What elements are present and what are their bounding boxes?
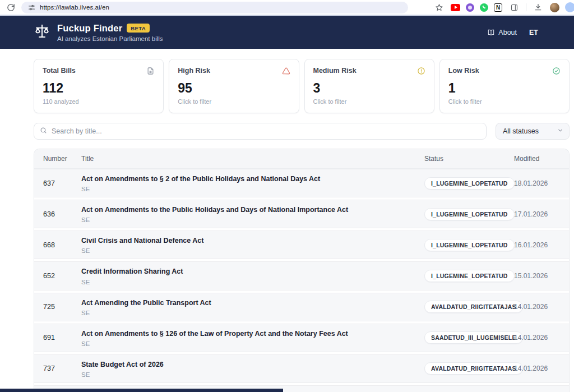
bill-title: State Budget Act of 2026 [81,359,411,370]
table-row[interactable]: 652 Credit Information Sharing Act SE I_… [34,261,569,292]
column-header-title: Title [81,155,424,163]
bill-title: Civil Crisis and National Defence Act [81,236,411,246]
bill-title: Credit Information Sharing Act [81,266,411,276]
browser-menu-chip[interactable] [565,2,574,12]
browser-toolbar: https://lawlab.ilves.ai/en N [0,0,574,16]
table-row[interactable]: 691 Act on Amendments to § 126 of the La… [34,324,569,354]
bill-modified-date: 14.01.2026 [514,365,563,372]
page-subtitle: AI analyzes Estonian Parliament bills [57,35,163,42]
column-header-modified: Modified [514,155,563,163]
medium-risk-value: 3 [313,82,425,95]
youtube-extension-icon[interactable] [451,4,460,11]
language-toggle[interactable]: ET [529,29,538,36]
bill-type: SE [81,186,411,192]
table-header-row: Number Title Status Modified [34,149,569,169]
bill-type: SE [81,310,411,316]
bill-title-cell: Act on Amendments to the Public Holidays… [81,205,424,223]
search-input[interactable] [52,127,480,135]
whatsapp-extension-icon[interactable] [480,3,488,12]
table-row[interactable]: 637 Act on Amendments to § 2 of the Publ… [34,169,569,200]
bill-title: Act on Amendments to the Public Holidays… [81,205,411,215]
status-badge: AVALDATUD_RIIGITEATAJAS [424,301,523,313]
low-risk-value: 1 [448,82,561,95]
filter-row: All statuses [34,123,570,140]
notion-extension-icon[interactable]: N [494,3,502,12]
bill-status-cell: I_LUGEMINE_LOPETATUD [424,208,514,220]
circle-alert-icon [417,67,425,77]
stats-row: Total Bills 112 110 analyzed High Risk [34,59,570,113]
bill-modified-date: 18.01.2026 [514,179,563,187]
bill-modified-date: 17.01.2026 [514,210,563,218]
bill-status-cell: I_LUGEMINE_LOPETATUD [424,177,514,190]
bill-title-cell: Act on Amendments to § 2 of the Public H… [81,174,424,192]
table-row[interactable]: 636 Act on Amendments to the Public Holi… [34,200,569,230]
bill-status-cell: I_LUGEMINE_LOPETATUD [424,239,514,251]
book-icon [487,29,495,36]
bill-number: 737 [43,365,81,372]
file-text-icon [146,67,155,77]
status-filter-dropdown[interactable]: All statuses [496,123,570,140]
beta-badge: BETA [127,24,150,33]
bill-status-cell: I_LUGEMINE_LOPETATUD [424,270,514,282]
table-row[interactable]: 737 State Budget Act of 2026 SE AVALDATU… [34,354,569,385]
status-badge: I_LUGEMINE_LOPETATUD [424,270,515,282]
logo-block: Fuckup Finder BETA AI analyzes Estonian … [34,23,163,42]
bill-number: 652 [43,272,81,280]
scales-of-justice-icon [34,23,50,42]
bill-type: SE [81,371,411,378]
bill-status-cell: AVALDATUD_RIIGITEATAJAS [424,362,514,375]
status-badge: AVALDATUD_RIIGITEATAJAS [424,362,523,375]
search-box[interactable] [34,123,487,140]
bill-title: Act Amending the Public Transport Act [81,298,411,308]
purple-extension-icon[interactable] [466,3,474,12]
bottom-bar [0,389,283,392]
bill-title-cell: Act Amending the Public Transport Act SE [81,298,424,316]
table-row[interactable]: 668 Civil Crisis and National Defence Ac… [34,230,569,261]
bill-type: SE [81,216,411,223]
search-icon [40,126,47,136]
bill-type: SE [81,340,411,347]
bill-modified-date: 14.01.2026 [514,334,563,342]
bill-number: 668 [43,241,81,249]
stat-card-high-risk[interactable]: High Risk 95 Click to filter [169,59,299,113]
bill-status-cell: AVALDATUD_RIIGITEATAJAS [424,301,514,313]
bill-title-cell: Civil Crisis and National Defence Act SE [81,236,424,254]
side-panel-icon[interactable] [508,1,520,13]
column-header-status: Status [424,155,514,163]
stat-card-total-bills: Total Bills 112 110 analyzed [34,59,164,113]
bill-title-cell: Credit Information Sharing Act SE [81,266,424,285]
column-header-number: Number [43,155,81,163]
stat-card-low-risk[interactable]: Low Risk 1 Click to filter [439,59,570,113]
status-badge: I_LUGEMINE_LOPETATUD [424,177,515,190]
bookmark-star-icon[interactable] [433,1,445,13]
address-bar[interactable]: https://lawlab.ilves.ai/en [21,2,408,13]
reload-icon[interactable] [4,1,17,13]
profile-avatar[interactable] [550,3,559,12]
bill-type: SE [81,279,411,285]
chevron-down-icon [557,127,563,135]
bill-number: 636 [43,210,81,218]
about-link[interactable]: About [487,29,517,36]
circle-check-icon [552,67,561,77]
bill-number: 691 [43,334,81,342]
bill-title-cell: State Budget Act of 2026 SE [81,359,424,378]
bill-status-cell: SAADETUD_III_LUGEMISELE [424,331,514,344]
bill-title: Act on Amendments to § 2 of the Public H… [81,174,411,184]
status-badge: I_LUGEMINE_LOPETATUD [424,239,515,251]
url-text[interactable]: https://lawlab.ilves.ai/en [40,4,109,11]
bill-number: 725 [43,303,81,311]
table-body: 637 Act on Amendments to § 2 of the Publ… [34,169,569,392]
toolbar-divider [526,3,526,11]
page-title: Fuckup Finder [57,23,122,34]
status-badge: I_LUGEMINE_LOPETATUD [424,208,515,220]
bill-modified-date: 14.01.2026 [514,303,563,311]
high-risk-value: 95 [178,82,290,95]
site-settings-icon[interactable] [28,4,35,11]
table-row[interactable]: 725 Act Amending the Public Transport Ac… [34,293,569,324]
bills-table: Number Title Status Modified 637 Act on … [34,149,570,392]
status-badge: SAADETUD_III_LUGEMISELE [424,331,523,344]
total-bills-value: 112 [43,82,155,95]
downloads-icon[interactable] [532,1,544,13]
bill-type: SE [81,247,411,254]
stat-card-medium-risk[interactable]: Medium Risk 3 Click to filter [304,59,434,113]
